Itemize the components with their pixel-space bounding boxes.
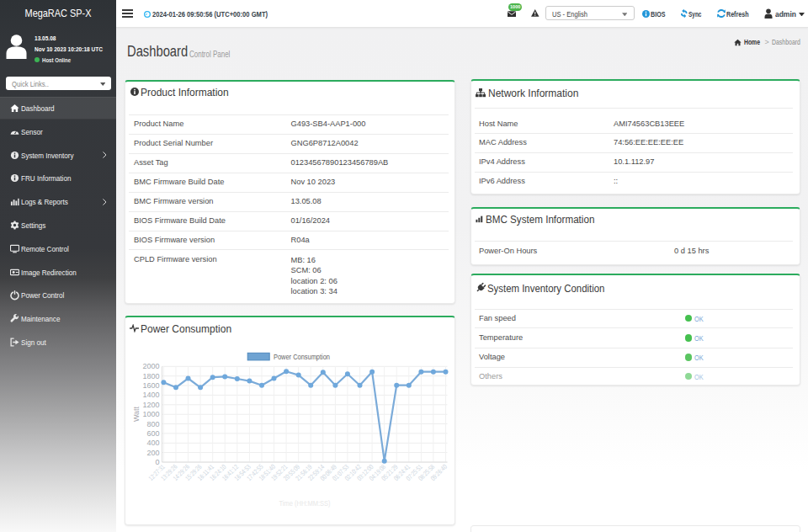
svg-text:400: 400 xyxy=(146,439,159,447)
svg-text:2000: 2000 xyxy=(142,362,159,370)
svg-text:1000: 1000 xyxy=(142,410,159,418)
svg-text:200: 200 xyxy=(146,449,159,457)
svg-text:1200: 1200 xyxy=(142,401,159,409)
svg-text:Watt: Watt xyxy=(132,406,141,422)
svg-text:Power Consumption: Power Consumption xyxy=(274,353,330,361)
svg-text:600: 600 xyxy=(146,429,159,438)
svg-text:1400: 1400 xyxy=(142,391,159,399)
svg-text:800: 800 xyxy=(146,420,159,428)
svg-text:1600: 1600 xyxy=(142,381,159,390)
svg-text:1800: 1800 xyxy=(142,372,159,380)
svg-text:Time (HH:MM:SS): Time (HH:MM:SS) xyxy=(279,499,330,508)
